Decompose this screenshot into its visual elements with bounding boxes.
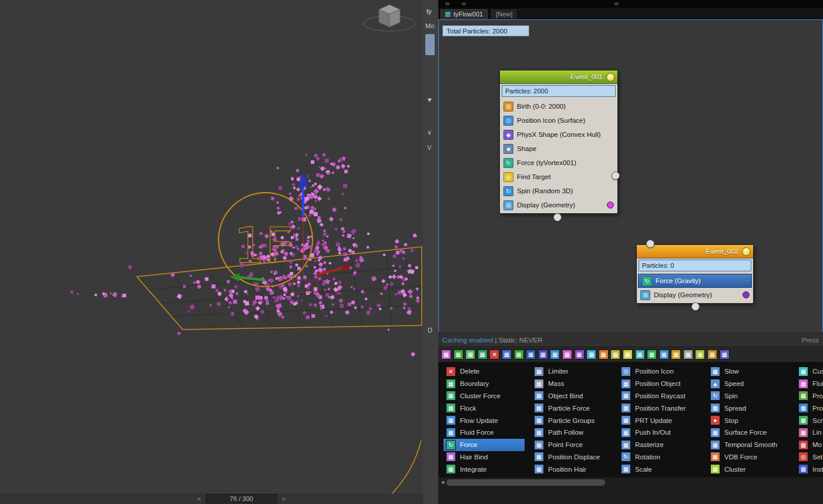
node-enable-icon[interactable] [742,247,751,256]
operator-find-target[interactable]: ◎Find Target [500,170,617,184]
operator-birth-0-0-2000[interactable]: ⊞Birth (0-0: 2000) [500,99,617,113]
depot-item-scale[interactable]: ▦Scale [619,463,707,475]
operator-position-icon-surface[interactable]: ⊙Position Icon (Surface) [500,113,617,127]
operator-shape[interactable]: ■Shape [500,142,617,156]
depot-item-surface-force[interactable]: ▦Surface Force [708,426,796,439]
depot-item-slow[interactable]: ▦Slow [708,365,796,378]
depot-item-flow-update[interactable]: ▦Flow Update [444,414,532,426]
depot-item-fluid-force[interactable]: ▦Fluid Force [444,426,532,439]
event-node-event-002[interactable]: Event_002Particles: 0↻Force (Gravity)⊞Di… [636,244,754,304]
tab-tyflow001[interactable]: tyFlow001 [439,8,489,19]
tab-new[interactable]: [New] [490,8,518,19]
toolbar-icon-7[interactable]: ▦ [514,350,524,359]
depot-item-mo[interactable]: ▦Mo [796,439,823,451]
event-node-event-001[interactable]: Event_001Particles: 2000⊞Birth (0-0: 200… [499,70,618,214]
depot-item-rotation[interactable]: ↻Rotation [619,451,707,463]
toolbar-icon-17[interactable]: ▦ [635,350,645,359]
depot-item-object-bind[interactable]: ▦Object Bind [532,390,620,402]
toolbar-icon-21[interactable]: ▦ [683,350,693,359]
depot-item-position-raycast[interactable]: ▦Position Raycast [619,390,707,402]
x-axis-arrow[interactable] [238,277,266,280]
depot-item-pro[interactable]: ▦Pro [796,402,823,414]
viewcube[interactable] [357,0,422,42]
depot-item-spin[interactable]: ↻Spin [708,390,796,402]
depot-item-limiter[interactable]: ▦Limiter [532,365,620,378]
depot-item-delete[interactable]: ✕Delete [444,365,532,378]
toolbar-icon-9[interactable]: ▦ [538,350,548,359]
scrollbar-left-arrow[interactable]: ◄ [440,478,445,488]
depot-scrollbar[interactable]: ◄ [438,477,823,488]
depot-item-particle-force[interactable]: ▦Particle Force [532,402,620,414]
node-header[interactable]: Event_001 [500,70,617,84]
toolbar-icon-1[interactable]: ▦ [441,350,451,359]
display-color-dot[interactable] [607,201,614,209]
depot-item-cluster[interactable]: ▦Cluster [708,463,796,475]
toolbar-icon-22[interactable]: ▦ [695,350,705,359]
toolbar-icon-16[interactable]: ▦ [623,350,633,359]
toolbar-icon-5[interactable]: ✕ [489,350,499,359]
operator-physx-shape-convex-hull[interactable]: ◆PhysX Shape (Convex Hull) [500,127,617,142]
depot-item-set[interactable]: ◎Set [796,451,823,463]
y-axis-arrow[interactable] [317,268,343,275]
depot-item-hair-bind[interactable]: ▦Hair Bind [444,451,532,463]
node-socket[interactable] [612,172,620,180]
depot-item-flui[interactable]: ▦Flui [796,378,823,390]
depot-item-prt-update[interactable]: ▦PRT Update [619,414,707,426]
operator-force-gravity[interactable]: ↻Force (Gravity) [638,274,752,288]
timeline-prev-button[interactable]: < [195,494,203,503]
depot-item-cluster-force[interactable]: ▦Cluster Force [444,390,532,402]
toolbar-icon-6[interactable]: ▦ [502,350,512,359]
toolbar-icon-24[interactable]: ▦ [720,350,730,359]
toolbar-icon-15[interactable]: ▦ [610,350,620,359]
node-graph-canvas[interactable]: Total Particles: 2000 Event_001Particles… [438,19,823,332]
toolbar-icon-12[interactable]: ▦ [575,350,585,359]
toolbar-icon-20[interactable]: ▦ [671,350,681,359]
depot-item-speed[interactable]: ▲Speed [708,378,796,390]
depot-item-stop[interactable]: ●Stop [708,414,796,426]
depot-item-lin[interactable]: ▦Lin [796,426,823,439]
toolbar-icon-10[interactable]: ▦ [550,350,560,359]
operator-display-geometry[interactable]: ⊞Display (Geometry) [500,198,617,212]
strip-scroll-fragment[interactable] [425,34,435,55]
display-color-dot[interactable] [743,291,750,298]
toolbar-icon-18[interactable]: ▦ [647,350,657,359]
depot-item-integrate[interactable]: ▦Integrate [444,463,532,475]
depot-item-cus[interactable]: ▦Cus [796,365,823,378]
depot-item-flock[interactable]: ▦Flock [444,402,532,414]
timeline-frame-display[interactable]: 76 / 300 [206,494,277,503]
operator-force-tyvortex001[interactable]: ↻Force (tyVortex001) [500,156,617,170]
depot-item-mass[interactable]: ▦Mass [532,378,620,390]
node-header[interactable]: Event_002 [637,245,753,258]
node-socket[interactable] [691,303,700,311]
depot-item-point-force[interactable]: ▦Point Force [532,439,620,451]
depot-item-scri[interactable]: ▦Scri [796,414,823,426]
toolbar-icon-13[interactable]: ▦ [586,350,596,359]
node-socket[interactable] [646,240,654,248]
3d-viewport[interactable]: 1F z < 76 / 300 > [0,0,423,504]
toolbar-icon-19[interactable]: ▦ [659,350,669,359]
depot-item-spread[interactable]: ▦Spread [708,402,796,414]
depot-item-position-hair[interactable]: ▦Position Hair [532,463,620,475]
depot-item-vdb-force[interactable]: ▦VDB Force [708,451,796,463]
scrollbar-handle[interactable] [446,479,605,486]
node-enable-icon[interactable] [606,73,615,82]
toolbar-icon-3[interactable]: ▦ [465,350,475,359]
depot-item-force[interactable]: ↻Force [444,439,525,451]
toolbar-icon-4[interactable]: ▦ [478,350,488,359]
node-socket[interactable] [553,213,562,221]
operator-display-geometry[interactable]: ⊞Display (Geometry) [637,288,753,302]
depot-item-boundary[interactable]: ▦Boundary [444,378,532,390]
depot-item-position-displace[interactable]: ▦Position Displace [532,451,620,463]
depot-item-position-transfer[interactable]: ▦Position Transfer [619,402,707,414]
y-axis-arrowhead[interactable] [341,264,352,272]
timeline-next-button[interactable]: > [280,494,288,503]
depot-item-particle-groups[interactable]: ▦Particle Groups [532,414,620,426]
toolbar-icon-23[interactable]: ▦ [707,350,717,359]
toolbar-icon-14[interactable]: ▦ [599,350,609,359]
depot-item-position-icon[interactable]: ⊙Position Icon [619,365,707,378]
depot-item-rasterize[interactable]: ▦Rasterize [619,439,707,451]
depot-item-position-object[interactable]: ▦Position Object [619,378,707,390]
depot-item-inst[interactable]: ▦Inst [796,463,823,475]
depot-item-pro[interactable]: ▦Pro [796,390,823,402]
depot-item-push-in-out[interactable]: ▦Push In/Out [619,426,707,439]
